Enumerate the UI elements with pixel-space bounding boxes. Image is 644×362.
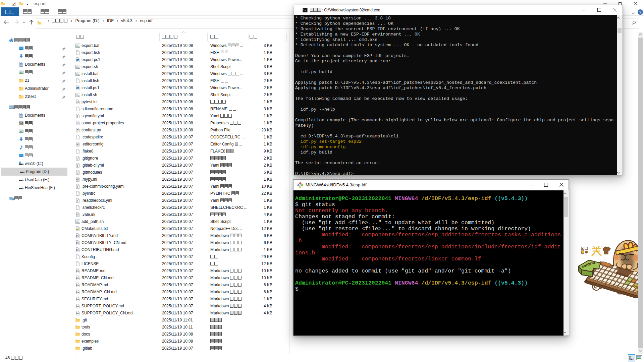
svg-text:S: S	[634, 283, 638, 293]
